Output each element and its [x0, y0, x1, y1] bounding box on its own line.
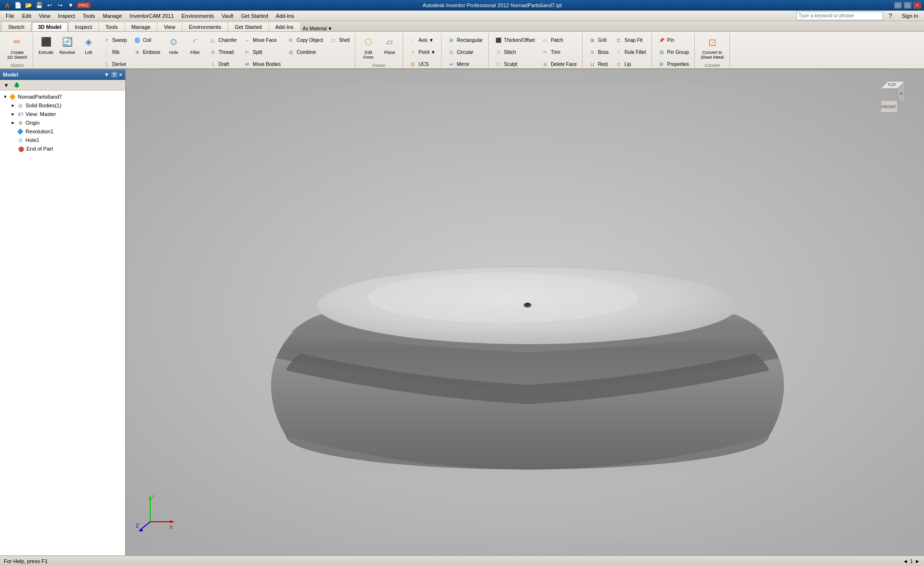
- boss-btn[interactable]: ⊙ Boss: [586, 47, 611, 58]
- menu-sign-in[interactable]: Sign In: [898, 12, 922, 20]
- chamfer-btn[interactable]: ◺ Chamfer: [206, 35, 239, 46]
- combine-btn[interactable]: ⊞ Combine: [284, 47, 325, 58]
- tree-item-solid-bodies[interactable]: ► ▣ Solid Bodies(1): [0, 101, 125, 110]
- loft-btn[interactable]: ◈ Loft: [78, 34, 99, 57]
- shell-btn[interactable]: ◻ Shell: [326, 35, 352, 46]
- emboss-btn[interactable]: ⊕ Emboss: [130, 47, 163, 58]
- menu-getstarted[interactable]: Get Started: [237, 11, 272, 21]
- tab-addins[interactable]: Add-Ins: [269, 22, 300, 31]
- snap-fit-btn[interactable]: ⊏ Snap Fit: [612, 35, 648, 46]
- pin-btn[interactable]: 📌 Pin: [655, 35, 692, 46]
- view-cube[interactable]: FRONT TOP R: [871, 77, 914, 120]
- panel-help-icon[interactable]: ?: [111, 72, 117, 77]
- move-bodies-btn[interactable]: ⇄ Move Bodies: [240, 59, 283, 68]
- derive-btn[interactable]: ⤵ Derive: [100, 59, 130, 68]
- menu-file[interactable]: File: [2, 11, 18, 21]
- undo-btn[interactable]: ↩: [45, 1, 54, 10]
- expand-revolution1[interactable]: [10, 128, 16, 135]
- menu-vault[interactable]: Vault: [218, 11, 237, 21]
- menu-view[interactable]: View: [35, 11, 54, 21]
- viewport[interactable]: Y X Z FRONT TOP: [126, 69, 924, 555]
- tree-view-btn[interactable]: 🌲: [13, 81, 21, 90]
- split-btn[interactable]: ⊢ Split: [240, 47, 283, 58]
- expand-hole1[interactable]: [10, 137, 16, 143]
- filter-btn[interactable]: ▼: [2, 81, 11, 90]
- app-logo[interactable]: A: [3, 1, 12, 10]
- thread-btn[interactable]: ≋ Thread: [206, 47, 239, 58]
- tab-3dmodel[interactable]: 3D Model: [32, 22, 68, 31]
- close-btn[interactable]: ×: [913, 2, 921, 9]
- search-input[interactable]: [796, 12, 883, 20]
- properties-btn[interactable]: ⚙ Properties: [655, 59, 692, 68]
- stitch-btn[interactable]: ⊃ Stitch: [492, 47, 537, 58]
- menu-edit[interactable]: Edit: [18, 11, 35, 21]
- menu-tools[interactable]: Tools: [79, 11, 99, 21]
- maximize-btn[interactable]: □: [904, 2, 911, 9]
- tree-item-hole1[interactable]: ⊙ Hole1: [0, 136, 125, 144]
- rib-btn[interactable]: ⋮ Rib: [100, 47, 130, 58]
- menu-help-btn[interactable]: ?: [885, 11, 896, 20]
- sculpt-btn[interactable]: ⬡ Sculpt: [492, 59, 537, 68]
- plane-btn[interactable]: ▱ Plane: [379, 34, 400, 57]
- fillet-btn[interactable]: ◜ Fillet: [185, 34, 205, 57]
- tab-tools[interactable]: Tools: [99, 22, 124, 31]
- expand-solid-bodies[interactable]: ►: [10, 102, 16, 109]
- new-btn[interactable]: 📄: [13, 1, 22, 10]
- tab-manage[interactable]: Manage: [125, 22, 157, 31]
- lip-btn[interactable]: ⊂ Lip: [612, 59, 648, 68]
- menu-inspect[interactable]: Inspect: [54, 11, 78, 21]
- axis-btn[interactable]: ↕ Axis ▼: [406, 35, 438, 46]
- rest-btn[interactable]: ⊔ Rest: [586, 59, 611, 68]
- create-2d-sketch-btn[interactable]: ✏ Create2D Sketch: [5, 34, 30, 63]
- revolve-btn[interactable]: 🔄 Revolve: [57, 34, 78, 57]
- minimize-btn[interactable]: −: [894, 2, 902, 9]
- tab-environments[interactable]: Environments: [182, 22, 227, 31]
- expand-root[interactable]: ▼: [2, 93, 9, 100]
- status-page-arrow-right[interactable]: ►: [915, 558, 920, 564]
- tree-item-view-master[interactable]: ► 🏷 View: Master: [0, 110, 125, 118]
- tree-item-root[interactable]: ▼ 🔶 NomadParts6and7: [0, 92, 125, 101]
- mirror-btn[interactable]: ⇔ Mirror: [444, 59, 485, 68]
- menu-manage[interactable]: Manage: [99, 11, 126, 21]
- rule-fillet-btn[interactable]: ◜ Rule Fillet: [612, 47, 648, 58]
- delete-face-btn[interactable]: ⊗ Delete Face: [538, 59, 579, 68]
- menu-environments[interactable]: Environments: [178, 11, 218, 21]
- qat-more[interactable]: ▼: [66, 1, 75, 10]
- menu-inventorcam[interactable]: InventorCAM 2011: [126, 11, 178, 21]
- thicken-btn[interactable]: ⬛ Thicken/Offset: [492, 35, 537, 46]
- draft-btn[interactable]: ⟨ Draft: [206, 59, 239, 68]
- tree-label-root: NomadParts6and7: [18, 94, 62, 100]
- panel-close-icon[interactable]: ×: [119, 72, 122, 77]
- redo-btn[interactable]: ↪: [56, 1, 65, 10]
- tree-item-origin[interactable]: ► ⊕ Origin: [0, 118, 125, 127]
- ucs-btn[interactable]: ⊞ UCS: [406, 59, 438, 68]
- tab-view[interactable]: View: [157, 22, 182, 31]
- tab-inspect[interactable]: Inspect: [69, 22, 98, 31]
- edit-form-btn[interactable]: ⬡ EditForm: [358, 34, 378, 63]
- trim-btn[interactable]: ✂ Trim: [538, 47, 579, 58]
- pin-group-btn[interactable]: ⊞ Pin Group: [655, 47, 692, 58]
- tree-item-revolution1[interactable]: 🔷 Revolution1: [0, 127, 125, 136]
- menu-addins[interactable]: Add-Ins: [272, 11, 298, 21]
- move-face-btn[interactable]: ↔ Move Face: [240, 35, 283, 46]
- tree-item-end-of-part[interactable]: ⬤ End of Part: [0, 144, 125, 153]
- convert-sheet-metal-btn[interactable]: ⊡ Convert toSheet Metal: [698, 34, 727, 63]
- point-btn[interactable]: • Point ▼: [406, 47, 438, 58]
- extrude-btn[interactable]: ⬛ Extrude: [36, 34, 56, 57]
- rectangular-btn[interactable]: ⊞ Rectangular: [444, 35, 485, 46]
- copy-object-btn[interactable]: ⧉ Copy Object: [284, 35, 325, 46]
- coil-btn[interactable]: 🌀 Coil: [130, 35, 163, 46]
- sweep-btn[interactable]: ↗ Sweep: [100, 35, 130, 46]
- hole-btn[interactable]: ⊙ Hole: [164, 34, 184, 57]
- circular-btn[interactable]: ⊙ Circular: [444, 47, 485, 58]
- open-btn[interactable]: 📂: [24, 1, 33, 10]
- expand-view-master[interactable]: ►: [10, 111, 16, 117]
- status-page-arrow[interactable]: ◄: [903, 558, 908, 564]
- grill-btn[interactable]: ⊞ Grill: [586, 35, 611, 46]
- tab-sketch[interactable]: Sketch: [2, 22, 31, 31]
- expand-origin[interactable]: ►: [10, 119, 16, 126]
- patch-btn[interactable]: ▭ Patch: [538, 35, 579, 46]
- tab-getstarted[interactable]: Get Started: [228, 22, 268, 31]
- save-btn[interactable]: 💾: [35, 1, 43, 10]
- panel-expand-icon[interactable]: ▼: [104, 72, 109, 77]
